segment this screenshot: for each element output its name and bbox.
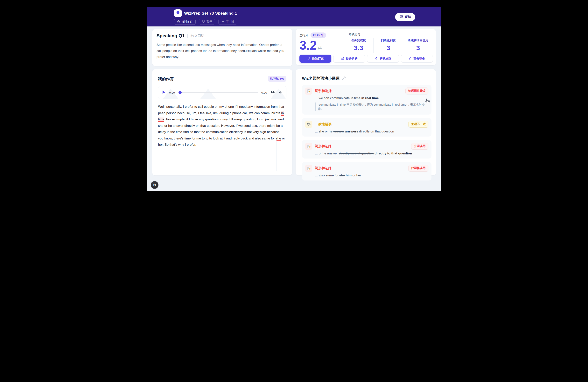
chevrons-right-icon <box>221 20 224 23</box>
correction-sentence: ... also same for she him or her <box>315 173 428 177</box>
subscore-grammar-value: 3 <box>403 44 433 52</box>
transcript-segment: Well, personally, I prefer to call peopl… <box>158 105 284 115</box>
transcript-error-word[interactable]: answer <box>173 124 184 128</box>
question-title-row: Speaking Q1 独立口语 <box>157 33 287 39</box>
next-section-button[interactable]: 下一段 <box>218 19 237 25</box>
home-icon <box>177 20 180 23</box>
subscore-grammar-label: 语法和语言使用 <box>403 39 433 42</box>
pause-icon <box>202 20 205 23</box>
main-content: Speaking Q1 独立口语 Some people like to sen… <box>147 26 441 175</box>
pencil-icon <box>307 57 310 61</box>
brand-row: WizPrep Set 73 Speaking 1 <box>174 9 237 17</box>
pause-button[interactable]: 暂停 <box>199 19 215 25</box>
subscores-label: 单项得分 <box>349 32 433 36</box>
wrench-icon <box>342 76 346 81</box>
error-type-badge: 主谓不一致 <box>408 121 428 127</box>
tab-grammar-correction-label: 语法订正 <box>312 57 324 61</box>
next-section-button-label: 下一段 <box>226 20 234 23</box>
chat-bubble-icon <box>399 15 403 19</box>
home-button-label: 返回首页 <box>182 20 192 23</box>
current-time: 0:00 <box>169 91 176 94</box>
score-range-badge: 23-25 分 <box>311 32 326 38</box>
correction-note: “communicate in time”不是常规表达，应为“communica… <box>315 103 428 111</box>
correction-fix: him <box>346 173 352 177</box>
error-type-badge: 短语用法错误 <box>405 87 428 94</box>
page-title: WizPrep Set 73 Speaking 1 <box>184 11 237 16</box>
star-icon <box>409 57 412 61</box>
header-nav: 返回首页 暂停 下一段 <box>174 19 237 25</box>
grammar-card-title: Wiz老师的语法小黑屋 <box>302 76 340 81</box>
error-category: 词形和选择 <box>315 166 332 170</box>
my-answer-card: 我的作答 总字数: 109 0:00 0:00 <box>152 69 292 175</box>
error-type-badge: 代词格误用 <box>408 165 428 171</box>
score-card: 总得分 23-25 分 3.2 /4 单项得分 任务完成度 3.3 <box>295 29 436 65</box>
tab-model-answer-label: 高分范例 <box>414 57 425 61</box>
seek-bar[interactable] <box>179 91 258 94</box>
tab-score-breakdown[interactable]: 提分拆解 <box>333 55 365 63</box>
correction-sentence: ... she or he answer answers directly on… <box>315 129 428 133</box>
fast-forward-button[interactable] <box>271 91 275 94</box>
feedback-button[interactable]: 反馈 <box>395 13 415 21</box>
tab-model-answer[interactable]: 高分范例 <box>401 55 433 63</box>
memo-icon <box>305 165 312 172</box>
subscore-columns: 任务完成度 3.3 口语流利度 3 语法和语言使用 3 <box>344 38 433 53</box>
grammar-items-list: 词形和选择 短语用法错误 ... we can communicate in t… <box>302 85 431 180</box>
correction-suffix: directly on that question <box>358 129 394 133</box>
grammar-card: Wiz老师的语法小黑屋 词形和选择 短语用法错误 ... we can comm… <box>295 69 436 175</box>
subscore-fluency: 口语流利度 3 <box>373 38 403 53</box>
lightning-icon <box>375 57 378 61</box>
home-button[interactable]: 返回首页 <box>174 19 196 25</box>
correction-suffix: or her <box>352 173 361 177</box>
question-text: Some people like to send text messages w… <box>157 42 287 60</box>
tab-grammar-correction[interactable]: 语法订正 <box>299 55 331 63</box>
volume-button[interactable] <box>278 90 282 95</box>
subscores-block: 单项得分 任务完成度 3.3 口语流利度 3 语法和语言使用 3 <box>344 32 433 53</box>
correction-prefix: ... we can communicate <box>315 96 351 100</box>
fast-forward-icon <box>271 91 275 94</box>
answer-transcript: Well, personally, I prefer to call peopl… <box>158 104 286 148</box>
correction-strike: in time <box>351 96 360 100</box>
tab-solution-ideas[interactable]: 解题思路 <box>367 55 399 63</box>
error-category: 词形和选择 <box>315 89 332 93</box>
memo-icon <box>305 87 312 95</box>
question-card: Speaking Q1 独立口语 Some people like to sen… <box>152 29 292 66</box>
tab-score-breakdown-label: 提分拆解 <box>346 57 357 61</box>
grammar-item-3[interactable]: 词形和选择 介词误用 ... or he answer directly on … <box>302 140 431 159</box>
grammar-item-4[interactable]: 词形和选择 代词格误用 ... also same for she him or… <box>302 162 431 180</box>
correction-strike: she <box>339 173 345 177</box>
seek-track <box>179 92 258 93</box>
nextjs-dev-badge[interactable]: N <box>151 181 158 189</box>
scale-icon <box>305 121 312 128</box>
play-icon <box>162 90 166 95</box>
total-score-block: 总得分 23-25 分 3.2 /4 <box>299 32 344 53</box>
error-category: 一致性错误 <box>315 122 332 127</box>
correction-sentence: ... or he answer directly on that questi… <box>315 151 428 155</box>
total-time: 0:00 <box>261 91 268 94</box>
grammar-item-1[interactable]: 词形和选择 短语用法错误 ... we can communicate in t… <box>302 85 431 115</box>
audio-player: 0:00 0:00 <box>158 86 286 99</box>
transcript-error-phrase[interactable]: directly on that question <box>184 124 219 128</box>
grammar-item-2[interactable]: 一致性错误 主谓不一致 ... she or he answer answers… <box>302 118 431 137</box>
subscore-fluency-label: 口语流利度 <box>374 39 403 42</box>
subscore-grammar: 语法和语言使用 3 <box>403 38 433 53</box>
correction-strike: answer <box>334 129 344 133</box>
correction-fix: in real time <box>361 96 379 100</box>
seek-knob[interactable] <box>178 91 182 94</box>
subscore-task-label: 任务完成度 <box>344 39 373 42</box>
correction-sentence: ... we can communicate in time in real t… <box>315 96 428 100</box>
tab-solution-ideas-label: 解题思路 <box>380 57 391 61</box>
word-count-badge: 总字数: 109 <box>268 76 286 82</box>
volume-icon <box>278 90 282 95</box>
browser-black-bar <box>147 0 441 7</box>
total-score-value: 3.2 <box>299 38 317 53</box>
question-type-tag: 独立口语 <box>190 33 205 38</box>
feedback-button-label: 反馈 <box>405 15 411 19</box>
subscore-task: 任务完成度 3.3 <box>344 38 373 53</box>
my-answer-title: 我的作答 <box>158 76 174 82</box>
app-page: WizPrep Set 73 Speaking 1 返回首页 暂停 下一段 反 <box>147 0 441 191</box>
play-button[interactable] <box>162 91 166 95</box>
pause-button-label: 暂停 <box>207 20 212 23</box>
header-left: WizPrep Set 73 Speaking 1 返回首页 暂停 下一段 <box>174 9 237 25</box>
faint-divider <box>276 139 277 171</box>
question-title: Speaking Q1 <box>157 33 185 39</box>
